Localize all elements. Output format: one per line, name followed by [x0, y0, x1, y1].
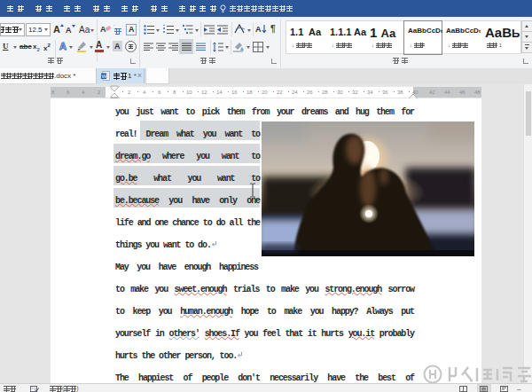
svg-text:A: A — [255, 25, 262, 34]
svg-text:W: W — [102, 74, 107, 79]
